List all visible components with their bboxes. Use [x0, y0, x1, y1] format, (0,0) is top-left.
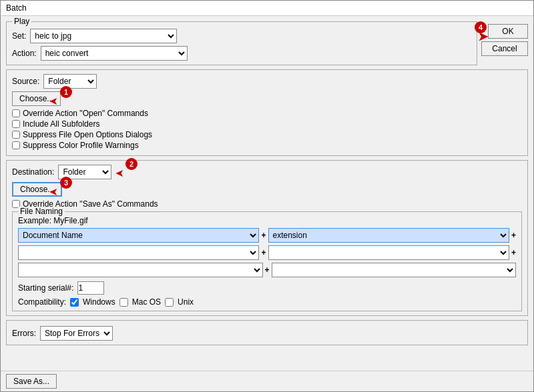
save-as-button[interactable]: Save As...: [6, 374, 57, 389]
annotation-1: 1: [60, 86, 72, 98]
suppress-color-row: Suppress Color Profile Warnings: [12, 141, 522, 150]
action-buttons: 4 ➤ OK Cancel: [481, 21, 528, 65]
ok-button[interactable]: OK: [488, 24, 528, 39]
windows-checkbox[interactable]: [70, 298, 79, 307]
override-open-row: Override Action "Open" Commands: [12, 109, 522, 118]
batch-window: Batch Play Set: heic to jpg Action: heic…: [0, 0, 534, 392]
suppress-open-checkbox[interactable]: [12, 131, 20, 139]
naming-select-3-left[interactable]: [18, 263, 263, 277]
main-content: Play Set: heic to jpg Action: heic conve…: [1, 16, 533, 371]
save-as-area: Save As...: [1, 371, 533, 391]
set-select[interactable]: heic to jpg: [30, 29, 177, 43]
override-open-checkbox[interactable]: [12, 109, 20, 117]
naming-row-1: Document Name + extension +: [18, 228, 516, 243]
top-area: Play Set: heic to jpg Action: heic conve…: [6, 21, 528, 65]
naming-row-3: +: [18, 263, 516, 277]
destination-label: Destination:: [12, 167, 54, 177]
plus-3: +: [265, 265, 270, 275]
set-label: Set:: [12, 31, 26, 41]
play-section: Play Set: heic to jpg Action: heic conve…: [6, 21, 477, 65]
naming-select-1-right[interactable]: extension: [268, 228, 509, 243]
compatibility-row: Compatibility: Windows Mac OS Unix: [18, 297, 516, 307]
play-label: Play: [12, 17, 31, 26]
errors-section: Errors: Stop For Errors: [6, 320, 528, 345]
suppress-color-checkbox[interactable]: [12, 141, 20, 149]
errors-label: Errors:: [12, 329, 36, 338]
suppress-open-row: Suppress File Open Options Dialogs: [12, 130, 522, 139]
naming-select-2-left[interactable]: [18, 245, 259, 260]
plus-2b: +: [511, 248, 516, 257]
example-label: Example: MyFile.gif: [18, 216, 88, 225]
annotation-2: 2: [125, 158, 138, 170]
serial-input[interactable]: 1: [77, 281, 104, 295]
action-select[interactable]: heic convert: [41, 46, 188, 61]
file-naming-group: File Naming Example: MyFile.gif Document…: [12, 211, 522, 311]
include-subfolders-row: Include All Subfolders: [12, 119, 522, 129]
errors-select[interactable]: Stop For Errors: [40, 326, 113, 341]
serial-label: Starting serial#:: [18, 283, 73, 293]
arrow-3: ➤: [49, 186, 58, 199]
source-section: Source: Folder Choose... 1 ➤ Override Ac…: [6, 69, 528, 156]
cancel-button[interactable]: Cancel: [481, 41, 528, 56]
file-naming-label: File Naming: [18, 207, 65, 216]
errors-row: Errors: Stop For Errors: [12, 326, 522, 341]
naming-select-2-right[interactable]: [268, 245, 509, 260]
naming-select-3-right[interactable]: [272, 263, 517, 277]
unix-label: Unix: [178, 297, 194, 307]
title-bar: Batch: [1, 1, 533, 16]
macos-checkbox[interactable]: [119, 298, 128, 307]
destination-section: Destination: Folder 2 ➤ Choose... 3 ➤ Ov…: [6, 160, 528, 316]
source-label: Source:: [12, 77, 39, 86]
annotation-3: 3: [60, 177, 72, 189]
arrow-1: ➤: [49, 95, 58, 108]
override-open-label: Override Action "Open" Commands: [23, 109, 148, 118]
naming-select-1-left[interactable]: Document Name: [18, 228, 259, 243]
plus-1: +: [261, 231, 266, 240]
naming-row-2: + +: [18, 245, 516, 260]
include-subfolders-label: Include All Subfolders: [23, 119, 99, 129]
macos-label: Mac OS: [132, 297, 161, 307]
windows-label: Windows: [83, 297, 115, 307]
override-save-row: Override Action "Save As" Commands: [12, 199, 522, 209]
plus-1b: +: [511, 231, 516, 240]
window-title: Batch: [6, 3, 27, 13]
action-label: Action:: [12, 49, 37, 58]
compatibility-label: Compatibility:: [18, 297, 66, 307]
plus-2: +: [261, 248, 266, 257]
suppress-open-label: Suppress File Open Options Dialogs: [23, 130, 152, 139]
source-select[interactable]: Folder: [43, 74, 97, 89]
arrow-2: ➤: [115, 167, 124, 180]
arrow-4: ➤: [478, 29, 488, 44]
include-subfolders-checkbox[interactable]: [12, 120, 20, 128]
suppress-color-label: Suppress Color Profile Warnings: [23, 141, 139, 150]
unix-checkbox[interactable]: [165, 298, 174, 307]
